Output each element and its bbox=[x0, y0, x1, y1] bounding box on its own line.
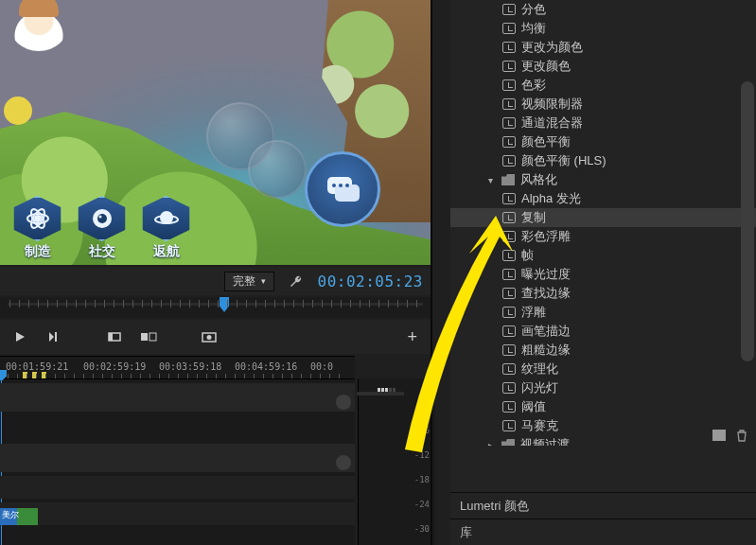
timeline-ruler[interactable]: 00:01:59:21 00:02:59:19 00:03:59:18 00:0… bbox=[0, 357, 355, 379]
folder-icon bbox=[501, 174, 515, 185]
effect-preset[interactable]: 通道混合器 bbox=[450, 114, 756, 132]
program-monitor: 制造 社交 返航 bbox=[0, 0, 431, 265]
export-frame-icon[interactable] bbox=[197, 325, 221, 349]
trash-icon[interactable] bbox=[735, 429, 748, 442]
preset-icon bbox=[502, 79, 516, 91]
effect-preset[interactable]: 均衡 bbox=[450, 19, 756, 38]
effect-folder[interactable]: ▸视频过渡 bbox=[450, 435, 756, 446]
game-btn-return[interactable]: 返航 bbox=[140, 196, 192, 257]
effects-scrollbar[interactable] bbox=[741, 81, 754, 361]
svg-point-3 bbox=[339, 184, 343, 187]
svg-point-4 bbox=[345, 184, 349, 187]
preset-icon bbox=[502, 325, 516, 337]
game-btn-label: 社交 bbox=[89, 243, 115, 258]
add-button[interactable]: + bbox=[407, 327, 417, 347]
saturn-icon bbox=[153, 205, 180, 232]
effect-preset[interactable]: 更改颜色 bbox=[450, 57, 756, 76]
svg-point-19 bbox=[207, 335, 212, 340]
bubble bbox=[248, 140, 307, 199]
video-track[interactable] bbox=[0, 444, 355, 472]
svg-rect-15 bbox=[109, 333, 113, 341]
effect-preset[interactable]: 画笔描边 bbox=[450, 322, 756, 341]
chevron-down-icon: ▾ bbox=[261, 276, 266, 286]
effect-preset[interactable]: 色彩 bbox=[450, 76, 756, 95]
audio-track[interactable] bbox=[0, 476, 355, 499]
mark-in-icon[interactable] bbox=[102, 325, 127, 349]
atom-icon bbox=[25, 205, 51, 232]
preset-icon bbox=[502, 344, 516, 356]
mark-clip-icon[interactable] bbox=[136, 325, 161, 349]
preset-icon bbox=[502, 23, 516, 34]
video-track[interactable] bbox=[0, 383, 355, 412]
svg-rect-17 bbox=[149, 333, 156, 341]
panel-lumetri[interactable]: Lumetri 颜色 bbox=[450, 492, 756, 519]
effect-preset[interactable]: 复制 bbox=[450, 208, 756, 227]
preset-icon bbox=[502, 98, 516, 110]
effect-preset[interactable]: 颜色平衡 (HLS) bbox=[450, 151, 756, 170]
effect-preset[interactable]: 浮雕 bbox=[450, 303, 756, 322]
step-forward-icon[interactable] bbox=[42, 325, 66, 349]
preset-icon bbox=[502, 117, 516, 129]
preset-icon bbox=[502, 288, 516, 299]
chevron-right-icon: ▸ bbox=[488, 440, 500, 447]
audio-meter: 0 -6 -12 -18 -24 -30 bbox=[358, 378, 435, 545]
preset-icon bbox=[502, 420, 516, 431]
panel-library[interactable]: 库 bbox=[450, 519, 756, 545]
effect-preset[interactable]: 马赛克 bbox=[450, 416, 756, 435]
preview-toolbar: + bbox=[0, 320, 431, 354]
clip[interactable]: 美尔 bbox=[0, 508, 38, 525]
preset-icon bbox=[502, 250, 516, 261]
preset-icon bbox=[502, 212, 516, 223]
folder-icon bbox=[501, 439, 515, 446]
new-bin-icon[interactable] bbox=[712, 430, 726, 441]
audio-track[interactable]: 美尔 bbox=[0, 502, 355, 525]
preset-icon bbox=[502, 136, 516, 148]
preview-ruler[interactable] bbox=[0, 297, 431, 318]
preset-icon bbox=[502, 193, 516, 204]
game-btn-label: 制造 bbox=[25, 243, 51, 258]
timecode[interactable]: 00:02:05:23 bbox=[318, 272, 423, 290]
preset-icon bbox=[502, 382, 516, 394]
effects-tree: 分色均衡更改为颜色更改颜色色彩视频限制器通道混合器颜色平衡颜色平衡 (HLS)▾… bbox=[450, 0, 756, 446]
game-character bbox=[9, 0, 68, 51]
svg-point-2 bbox=[332, 184, 336, 187]
effect-preset[interactable]: 纹理化 bbox=[450, 360, 756, 378]
svg-point-11 bbox=[98, 216, 101, 219]
settings-wrench-icon[interactable] bbox=[284, 269, 308, 293]
svg-point-5 bbox=[34, 215, 42, 222]
preset-icon bbox=[502, 231, 516, 242]
effect-preset[interactable]: 分色 bbox=[450, 0, 756, 19]
preset-icon bbox=[502, 155, 516, 167]
resolution-dropdown[interactable]: 完整 ▾ bbox=[224, 272, 274, 291]
effect-preset[interactable]: 阈值 bbox=[450, 397, 756, 416]
timeline-panel: 00:01:59:21 00:02:59:19 00:03:59:18 00:0… bbox=[0, 356, 355, 545]
svg-rect-16 bbox=[141, 333, 148, 341]
effect-preset[interactable]: 帧 bbox=[450, 246, 756, 265]
preset-icon bbox=[502, 42, 516, 53]
preview-controls: 完整 ▾ 00:02:05:23 bbox=[0, 267, 431, 295]
preset-icon bbox=[502, 363, 516, 375]
effect-preset[interactable]: 更改为颜色 bbox=[450, 38, 756, 57]
svg-point-10 bbox=[97, 214, 107, 223]
track-scroll[interactable] bbox=[336, 395, 351, 410]
eye-icon bbox=[89, 205, 115, 232]
play-icon[interactable] bbox=[8, 325, 32, 349]
preset-icon bbox=[502, 269, 516, 280]
effect-preset[interactable]: 视频限制器 bbox=[450, 95, 756, 114]
game-btn-manufacture[interactable]: 制造 bbox=[11, 196, 63, 257]
preset-icon bbox=[502, 307, 516, 318]
track-scroll[interactable] bbox=[336, 455, 351, 470]
effect-preset[interactable]: 粗糙边缘 bbox=[450, 341, 756, 360]
effect-folder[interactable]: ▾风格化 bbox=[450, 170, 756, 189]
preset-icon bbox=[502, 61, 516, 72]
effect-preset[interactable]: Alpha 发光 bbox=[450, 189, 756, 208]
game-btn-social[interactable]: 社交 bbox=[76, 196, 128, 257]
effect-preset[interactable]: 曝光过度 bbox=[450, 265, 756, 284]
effect-preset[interactable]: 彩色浮雕 bbox=[450, 227, 756, 246]
preset-icon bbox=[502, 401, 516, 413]
effect-preset[interactable]: 颜色平衡 bbox=[450, 132, 756, 151]
effect-preset[interactable]: 闪光灯 bbox=[450, 378, 756, 397]
effect-preset[interactable]: 查找边缘 bbox=[450, 284, 756, 303]
chat-button[interactable] bbox=[305, 151, 380, 227]
chat-icon bbox=[324, 170, 361, 208]
